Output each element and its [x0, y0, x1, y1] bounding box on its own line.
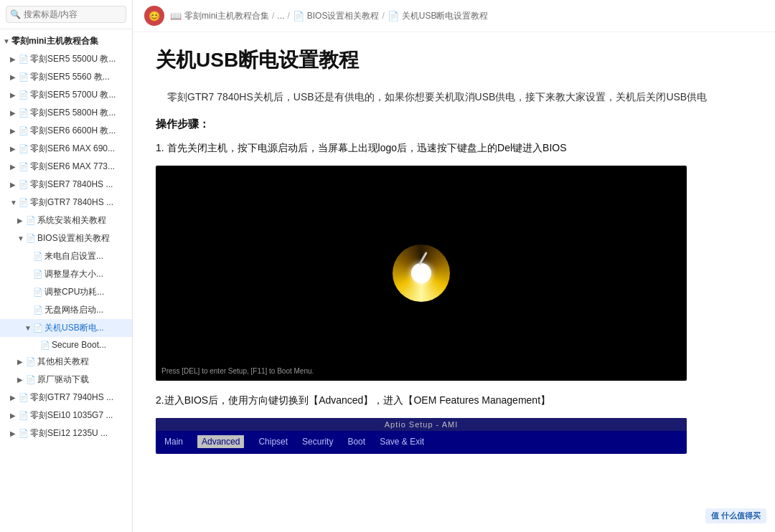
doc-icon-ser6-max-773: 📄 [19, 162, 29, 171]
arrow-sys-install: ▶ [17, 217, 26, 224]
label-factory-driver: 原厂驱动下载 [37, 374, 89, 386]
label-ser5-5500u: 零刻SER5 5500U 教... [30, 53, 116, 65]
doc-icon-sys-install: 📄 [26, 216, 36, 225]
avatar-text: 😊 [149, 11, 160, 22]
sidebar-item-ser6-max-773[interactable]: ▶ 📄 零刻SER6 MAX 773... [0, 158, 132, 176]
sidebar-item-gtr7-7840hs[interactable]: ▼ 📄 零刻GTR7 7840HS ... [0, 194, 132, 212]
label-ser7-7840hs: 零刻SER7 7840HS ... [30, 179, 113, 191]
breadcrumb-sep3: / [382, 11, 384, 21]
sidebar-item-ser5-5800h[interactable]: ▶ 📄 零刻SER5 5800H 教... [0, 104, 132, 122]
bios-nav-chipset[interactable]: Chipset [258, 437, 288, 447]
root-arrow: ▼ [3, 37, 11, 45]
sidebar-item-diskless[interactable]: 📄 无盘网络启动... [0, 301, 132, 319]
label-ser6-max-690: 零刻SER6 MAX 690... [30, 143, 115, 155]
doc-icon-cpu-power: 📄 [33, 288, 43, 297]
sidebar-item-secure-boot[interactable]: 📄 Secure Boot... [0, 337, 132, 353]
breadcrumb-book-icon: 📖 [170, 11, 182, 22]
bios-nav-main[interactable]: Main [164, 437, 183, 447]
avatar: 😊 [144, 6, 164, 26]
top-bar: 😊 📖 零刻mini主机教程合集 / ... / 📄 BIOS设置相关教程 / … [133, 0, 775, 32]
arrow-ser5-5800h: ▶ [10, 109, 19, 117]
doc-icon-ser7-7840hs: 📄 [19, 180, 29, 189]
label-display-size: 调整显存大小... [44, 268, 103, 280]
arrow-ser5-5560: ▶ [10, 73, 19, 81]
sidebar-item-gtr7-7940hs[interactable]: ▶ 📄 零刻GTR7 7940HS ... [0, 389, 132, 407]
label-sei10-1035g7: 零刻SEi10 1035G7 ... [30, 409, 113, 422]
sidebar-item-auto-power[interactable]: 📄 来电自启设置... [0, 247, 132, 265]
label-sys-install: 系统安装相关教程 [37, 214, 106, 227]
content-area: 关机USB断电设置教程 零刻GTR7 7840HS关机后，USB还是有供电的，如… [133, 32, 775, 532]
sidebar-search-area: 🔍 [0, 0, 132, 29]
breadcrumb-bios[interactable]: BIOS设置相关教程 [307, 10, 380, 22]
label-other-related: 其他相关教程 [37, 356, 89, 368]
label-auto-power: 来电自启设置... [44, 250, 103, 262]
bios-title-bar: Aptio Setup - AMI [156, 418, 687, 431]
step2-text: 2.进入BIOS后，使用方向键切换到【Advanced】，进入【OEM Feat… [156, 392, 752, 409]
sidebar-item-bios-settings[interactable]: ▼ 📄 BIOS设置相关教程 [0, 229, 132, 247]
doc-icon-ser5-5560: 📄 [19, 72, 29, 82]
main-content: 😊 📖 零刻mini主机教程合集 / ... / 📄 BIOS设置相关教程 / … [133, 0, 775, 532]
page-title: 关机USB断电设置教程 [156, 47, 752, 74]
doc-icon-ser5-5500u: 📄 [19, 54, 29, 64]
arrow-ser6-max-690: ▶ [10, 145, 19, 153]
doc-icon-gtr7-7840hs: 📄 [19, 198, 29, 207]
doc-icon-ser5-5700u: 📄 [19, 90, 29, 100]
sidebar-item-factory-driver[interactable]: ▶ 📄 原厂驱动下载 [0, 371, 132, 389]
watermark-text: 值 什么值得买 [711, 511, 761, 520]
breadcrumb-sep2: / [287, 11, 289, 21]
search-icon: 🔍 [10, 9, 21, 19]
doc-icon-factory-driver: 📄 [26, 375, 36, 384]
doc-icon-gtr7-7940hs: 📄 [19, 393, 29, 402]
sidebar-item-ser7-7840hs[interactable]: ▶ 📄 零刻SER7 7840HS ... [0, 176, 132, 194]
arrow-usb-power: ▼ [24, 324, 33, 332]
breadcrumb: 📖 零刻mini主机教程合集 / ... / 📄 BIOS设置相关教程 / 📄 … [170, 10, 488, 22]
label-secure-boot: Secure Boot... [52, 340, 106, 350]
sidebar-item-ser5-5500u[interactable]: ▶ 📄 零刻SER5 5500U 教... [0, 50, 132, 68]
sidebar-root-label: 零刻mini主机教程合集 [11, 35, 98, 47]
sidebar-item-usb-power[interactable]: ▼ 📄 关机USB断电... [0, 319, 132, 337]
search-input[interactable] [6, 6, 126, 23]
label-usb-power: 关机USB断电... [44, 322, 104, 334]
breadcrumb-root[interactable]: 零刻mini主机教程合集 [184, 10, 269, 22]
watermark: 值 什么值得买 [705, 508, 766, 523]
doc-icon-secure-boot: 📄 [40, 341, 50, 350]
sidebar-item-ser5-5700u[interactable]: ▶ 📄 零刻SER5 5700U 教... [0, 86, 132, 104]
breadcrumb-usb-icon: 📄 [388, 11, 399, 22]
sidebar-item-ser6-6600h[interactable]: ▶ 📄 零刻SER6 6600H 教... [0, 122, 132, 140]
sidebar-item-sei12-1235u[interactable]: ▶ 📄 零刻SEi12 1235U ... [0, 424, 132, 442]
arrow-ser5-5700u: ▶ [10, 91, 19, 99]
label-bios-settings: BIOS设置相关教程 [37, 232, 110, 244]
label-sei12-1235u: 零刻SEi12 1235U ... [30, 427, 108, 440]
breadcrumb-usb[interactable]: 关机USB断电设置教程 [402, 10, 489, 22]
bios-menu-screenshot: Aptio Setup - AMI Main Advanced Chipset … [156, 418, 687, 454]
sidebar-item-display-size[interactable]: 📄 调整显存大小... [0, 265, 132, 283]
doc-icon-ser5-5800h: 📄 [19, 108, 29, 118]
bios-nav-save-exit[interactable]: Save & Exit [380, 437, 424, 447]
label-ser5-5800h: 零刻SER5 5800H 教... [30, 107, 116, 119]
label-gtr7-7940hs: 零刻GTR7 7940HS ... [30, 391, 113, 404]
doc-icon-ser6-6600h: 📄 [19, 126, 29, 136]
label-ser6-max-773: 零刻SER6 MAX 773... [30, 161, 115, 173]
bios-nav-advanced[interactable]: Advanced [197, 435, 244, 448]
bios-nav-security[interactable]: Security [302, 437, 333, 447]
sidebar-item-other-related[interactable]: ▶ 📄 其他相关教程 [0, 353, 132, 371]
sidebar-item-cpu-power[interactable]: 📄 调整CPU功耗... [0, 283, 132, 301]
arrow-sei10-1035g7: ▶ [10, 412, 19, 419]
sidebar: 🔍 ▼ 零刻mini主机教程合集 ▶ 📄 零刻SER5 5500U 教... ▶… [0, 0, 133, 532]
sidebar-tree: ▼ 零刻mini主机教程合集 ▶ 📄 零刻SER5 5500U 教... ▶ 📄… [0, 29, 132, 532]
sidebar-item-sys-install[interactable]: ▶ 📄 系统安装相关教程 [0, 212, 132, 229]
doc-icon-sei12-1235u: 📄 [19, 429, 29, 438]
arrow-ser5-5500u: ▶ [10, 55, 19, 63]
doc-icon-diskless: 📄 [33, 305, 43, 315]
bios-nav-bar: Main Advanced Chipset Security Boot Save… [156, 431, 687, 452]
sidebar-root[interactable]: ▼ 零刻mini主机教程合集 [0, 32, 132, 50]
doc-icon-usb-power: 📄 [33, 323, 43, 333]
sidebar-item-ser6-max-690[interactable]: ▶ 📄 零刻SER6 MAX 690... [0, 140, 132, 158]
bios-boot-screenshot: Press [DEL] to enter Setup, [F11] to Boo… [156, 166, 687, 381]
intro-paragraph: 零刻GTR7 7840HS关机后，USB还是有供电的，如果你想要关机取消USB供… [156, 88, 752, 106]
sidebar-item-sei10-1035g7[interactable]: ▶ 📄 零刻SEi10 1035G7 ... [0, 407, 132, 424]
bios-nav-boot[interactable]: Boot [347, 437, 365, 447]
sidebar-item-ser5-5560[interactable]: ▶ 📄 零刻SER5 5560 教... [0, 68, 132, 86]
doc-icon-other-related: 📄 [26, 357, 36, 366]
arrow-other-related: ▶ [17, 358, 26, 366]
